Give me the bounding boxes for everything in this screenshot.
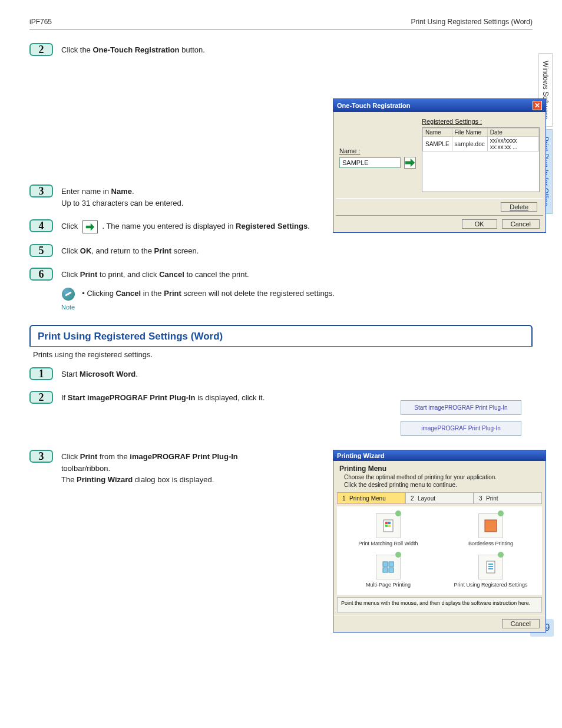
wizard-subtitle: Choose the optimal method of printing fo… [344, 474, 540, 480]
text-bold: Cancel [116, 289, 141, 298]
one-touch-registration-dialog: One-Touch Registration ✕ Name : SAMPLE [333, 98, 546, 233]
wizard-item-registered[interactable]: Print Using Registered Settings [454, 555, 527, 588]
svg-rect-1 [385, 522, 388, 524]
step-number: 2 [29, 43, 53, 56]
wizard-step-2[interactable]: 2Layout [405, 492, 474, 504]
text: to print, and click [97, 270, 159, 279]
wizard-subtitle: Click the desired printing menu to conti… [344, 482, 540, 488]
text-bold: OK [80, 246, 92, 255]
svg-rect-4 [388, 525, 391, 527]
item-label: Print Matching Roll Width [358, 541, 418, 546]
text-bold: Name [111, 187, 132, 196]
section-header: Print Using Registered Settings (Word) [29, 325, 533, 347]
text: in the [141, 289, 164, 298]
text-bold: Registered Settings [236, 222, 308, 230]
step-b1: 1 Start Microsoft Word. [29, 367, 533, 380]
close-icon[interactable]: ✕ [533, 101, 542, 110]
start-plugin-button[interactable]: Start imagePROGRAF Print Plug-In [401, 400, 521, 415]
apply-arrow-button[interactable] [404, 157, 416, 169]
arrow-right-icon [405, 158, 415, 167]
svg-rect-7 [389, 562, 394, 566]
text-bold: Print [80, 270, 98, 279]
wizard-step-1[interactable]: 1Printing Menu [337, 492, 405, 504]
step-number: 4 [29, 219, 53, 232]
step-index: 3 [479, 495, 486, 502]
header-right: Print Using Registered Settings (Word) [411, 18, 533, 26]
text: toolbar/ribbon. [61, 464, 110, 473]
note-icon [62, 288, 75, 301]
text: Clicking [87, 289, 115, 298]
wizard-hint: Point the menus with the mouse, and then… [337, 597, 542, 612]
table-row[interactable]: SAMPLE sample.doc xx/xx/xxxx xx:xx:xx ..… [423, 137, 539, 151]
dialog-title: Printing Wizard [337, 452, 385, 459]
wizard-menu-title: Printing Menu [339, 465, 540, 473]
text-bold: Microsoft Word [80, 370, 135, 378]
step-index: 2 [411, 495, 418, 502]
cancel-button[interactable]: Cancel [502, 219, 540, 229]
wizard-item-roll-width[interactable]: Print Matching Roll Width [358, 513, 418, 546]
col-date[interactable]: Date [487, 129, 538, 137]
note-label: Note [61, 304, 75, 311]
wizard-item-borderless[interactable]: Borderless Printing [468, 513, 513, 546]
note: Note Clicking Cancel in the Print screen… [61, 288, 533, 311]
text: Click [61, 222, 80, 230]
text: Click [61, 270, 80, 279]
step-label: Layout [418, 495, 435, 502]
ok-button[interactable]: OK [462, 219, 497, 229]
registered-settings-label: Registered Settings : [422, 118, 540, 125]
svg-rect-5 [485, 520, 497, 532]
text: . [308, 222, 310, 230]
step-body: Click the One-Touch Registration button. [61, 43, 533, 56]
text: Click [61, 452, 80, 461]
text: Up to 31 characters can be entered. [61, 199, 183, 207]
svg-rect-9 [389, 568, 394, 572]
roll-width-icon [376, 513, 401, 538]
text: . The name you entered is displayed in [102, 222, 236, 230]
step-body: Click Print to print, and click Cancel t… [61, 268, 533, 281]
step-number: 3 [29, 450, 53, 463]
svg-rect-3 [385, 525, 388, 527]
wizard-step-3[interactable]: 3Print [474, 492, 542, 504]
section-title: Print Using Registered Settings (Word) [38, 328, 524, 346]
col-filename[interactable]: File Name [452, 129, 487, 137]
step-label: Print [486, 495, 498, 502]
text: Click the [61, 45, 92, 54]
cell: SAMPLE [423, 137, 452, 151]
text-bold: Print [164, 289, 181, 298]
delete-button[interactable]: Delete [501, 202, 537, 212]
svg-rect-2 [388, 522, 391, 524]
step-body: Click OK, and return to the Print screen… [61, 244, 533, 257]
text: button. [180, 45, 205, 54]
item-label: Print Using Registered Settings [454, 582, 527, 588]
step-number: 6 [29, 268, 53, 281]
dialog-titlebar: One-Touch Registration ✕ [333, 99, 546, 112]
text: from the [97, 452, 130, 461]
col-name[interactable]: Name [423, 129, 452, 137]
plugin-toolbar-label: imagePROGRAF Print Plug-In [401, 421, 521, 436]
wizard-item-multipage[interactable]: Multi-Page Printing [366, 555, 411, 588]
text-bold: One-Touch Registration [92, 45, 179, 54]
registered-settings-table[interactable]: Name File Name Date SAMPLE sample.doc xx… [422, 127, 540, 192]
text: to cancel the print. [184, 270, 249, 279]
cancel-button[interactable]: Cancel [502, 619, 540, 628]
step-index: 1 [342, 495, 349, 502]
text: , and return to the [91, 246, 154, 255]
text: . [135, 370, 138, 378]
step-number: 2 [29, 391, 53, 404]
note-text: Clicking Cancel in the Print screen will… [82, 288, 335, 298]
text-bold: Printing Wizard [77, 475, 133, 484]
step-number: 1 [29, 367, 53, 380]
step-a6: 6 Click Print to print, and click Cancel… [29, 268, 533, 281]
text-bold: Start imagePROGRAF Print Plug-In [68, 393, 196, 402]
printing-wizard-dialog: Printing Wizard Printing Menu Choose the… [333, 450, 546, 633]
text-bold: Print [80, 452, 98, 461]
header-left: iPF765 [29, 18, 52, 26]
name-input[interactable]: SAMPLE [339, 157, 401, 168]
cell: xx/xx/xxxx xx:xx:xx ... [487, 137, 538, 151]
text: The [61, 475, 77, 484]
step-number: 5 [29, 244, 53, 257]
name-label: Name : [339, 147, 416, 154]
step-number: 3 [29, 185, 53, 197]
cell: sample.doc [452, 137, 487, 151]
item-label: Borderless Printing [468, 541, 513, 546]
